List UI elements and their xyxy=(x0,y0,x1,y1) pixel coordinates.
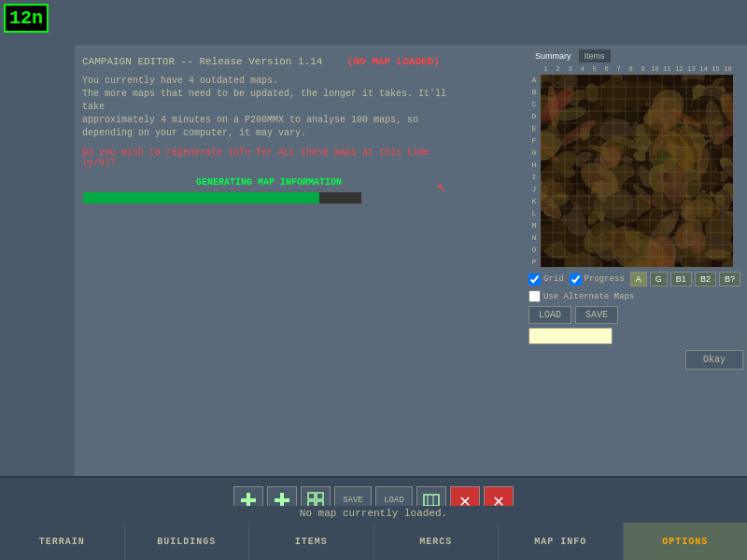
load-button[interactable]: LOAD xyxy=(529,306,571,324)
col-header-12: 12 xyxy=(673,65,685,73)
alt-maps-checkbox[interactable] xyxy=(529,290,541,302)
grid-area: ABCDEFGHIJKLMNOP xyxy=(529,74,743,268)
row-label-K: K xyxy=(529,195,540,207)
col-header-10: 10 xyxy=(649,65,661,73)
svg-rect-8 xyxy=(424,495,439,506)
progress-checkbox[interactable] xyxy=(570,273,582,286)
info-line-2: The more maps that need to be updated, t… xyxy=(82,88,456,114)
svg-rect-4 xyxy=(308,493,315,499)
no-map-label: (NO MAP LOADED) xyxy=(347,56,440,67)
col-header-14: 14 xyxy=(698,65,710,73)
row-labels: ABCDEFGHIJKLMNOP xyxy=(529,74,540,268)
map-controls: Grid Progress AGB1B2B? xyxy=(529,272,743,287)
map-grid[interactable] xyxy=(540,74,734,268)
grid-label: Grid xyxy=(543,274,564,284)
title-bar: CAMPAIGN EDITOR -- Release Version 1.14 … xyxy=(82,56,456,67)
terrain-btn-group: AGB1B2B? xyxy=(630,272,740,287)
row-label-D: D xyxy=(529,110,540,122)
row-label-O: O xyxy=(529,244,540,256)
col-headers: 12345678910111213141516 xyxy=(540,65,743,73)
terrain-btn-g[interactable]: G xyxy=(650,272,668,287)
row-label-J: J xyxy=(529,183,540,195)
info-line-1: You currently have 4 outdated maps. xyxy=(82,75,456,88)
okay-button[interactable]: Okay xyxy=(685,350,743,370)
col-header-3: 3 xyxy=(564,65,576,73)
terrain-btn-b?[interactable]: B? xyxy=(719,272,740,287)
status-text: No map currently loaded. xyxy=(300,508,447,519)
generating-label: GENERATING MAP INFORMATION xyxy=(82,177,456,188)
row-label-A: A xyxy=(529,74,540,86)
progress-checkbox-group[interactable]: Progress xyxy=(570,273,625,286)
col-header-16: 16 xyxy=(722,65,734,73)
row-label-I: I xyxy=(529,171,540,183)
terrain-btn-b1[interactable]: B1 xyxy=(670,272,692,287)
progress-bar-fill xyxy=(83,192,319,203)
nav-tab-buildings[interactable]: BUILDINGS xyxy=(125,523,250,560)
col-header-4: 4 xyxy=(576,65,588,73)
grid-checkbox[interactable] xyxy=(529,273,541,286)
right-panel: Summary Items 12345678910111213141516 AB… xyxy=(529,49,743,370)
col-header-1: 1 xyxy=(540,65,552,73)
svg-rect-1 xyxy=(241,498,256,502)
tab-summary[interactable]: Summary xyxy=(529,49,578,63)
row-label-F: F xyxy=(529,134,540,147)
col-header-15: 15 xyxy=(710,65,722,73)
row-label-E: E xyxy=(529,122,540,134)
alt-maps-label: Use Alternate Maps xyxy=(543,292,634,301)
nav-tab-mercs[interactable]: MERCS xyxy=(374,523,500,560)
nav-tab-terrain[interactable]: TERRAIN xyxy=(0,523,125,560)
col-header-5: 5 xyxy=(588,65,600,73)
col-header-9: 9 xyxy=(637,65,649,73)
terrain-btn-b2[interactable]: B2 xyxy=(695,272,716,287)
svg-rect-3 xyxy=(275,498,289,502)
editor-title: CAMPAIGN EDITOR -- Release Version 1.14 xyxy=(82,56,322,67)
row-label-M: M xyxy=(529,219,540,231)
terrain-btn-a[interactable]: A xyxy=(630,272,647,287)
nav-tab-options[interactable]: OPTIONS xyxy=(624,523,748,560)
nav-tab-map-info[interactable]: MAP INFO xyxy=(499,523,624,560)
tab-bar: Summary Items xyxy=(529,49,743,63)
main-area: CAMPAIGN EDITOR -- Release Version 1.14 … xyxy=(75,45,747,476)
row-label-P: P xyxy=(529,256,540,268)
col-header-7: 7 xyxy=(613,65,625,73)
progress-label: Progress xyxy=(585,274,625,284)
row-label-N: N xyxy=(529,231,540,244)
row-label-L: L xyxy=(529,207,540,219)
map-name-input[interactable] xyxy=(529,328,613,344)
col-header-8: 8 xyxy=(625,65,637,73)
row-label-B: B xyxy=(529,86,540,98)
nav-tabs: TERRAINBUILDINGSITEMSMERCSMAP INFOOPTION… xyxy=(0,523,747,560)
nav-tab-items[interactable]: ITEMS xyxy=(249,523,374,560)
col-header-6: 6 xyxy=(600,65,613,73)
left-panel: CAMPAIGN EDITOR -- Release Version 1.14 … xyxy=(82,56,456,204)
col-header-11: 11 xyxy=(661,65,673,73)
tab-items[interactable]: Items xyxy=(578,49,612,63)
progress-bar-container xyxy=(82,191,362,204)
col-header-13: 13 xyxy=(685,65,698,73)
row-label-H: H xyxy=(529,159,540,171)
row-label-G: G xyxy=(529,147,540,159)
info-line-3: approximately 4 minutes on a P200MMX to … xyxy=(82,114,456,127)
info-text: You currently have 4 outdated maps. The … xyxy=(82,75,456,140)
svg-rect-5 xyxy=(317,493,323,499)
info-line-4: depending on your computer, it may vary. xyxy=(82,127,456,140)
row-label-C: C xyxy=(529,98,540,110)
map-btn-group: LOAD SAVE xyxy=(529,306,743,324)
frame-counter: 12n xyxy=(4,4,49,33)
status-bar: No map currently loaded. xyxy=(0,506,747,521)
counter-value: 12n xyxy=(9,7,43,29)
question-text: Do you wish to regenerate info for ALL t… xyxy=(82,147,456,168)
save-button[interactable]: SAVE xyxy=(575,306,618,324)
col-header-2: 2 xyxy=(552,65,564,73)
grid-checkbox-group[interactable]: Grid xyxy=(529,273,564,286)
alt-maps-group: Use Alternate Maps xyxy=(529,290,743,302)
